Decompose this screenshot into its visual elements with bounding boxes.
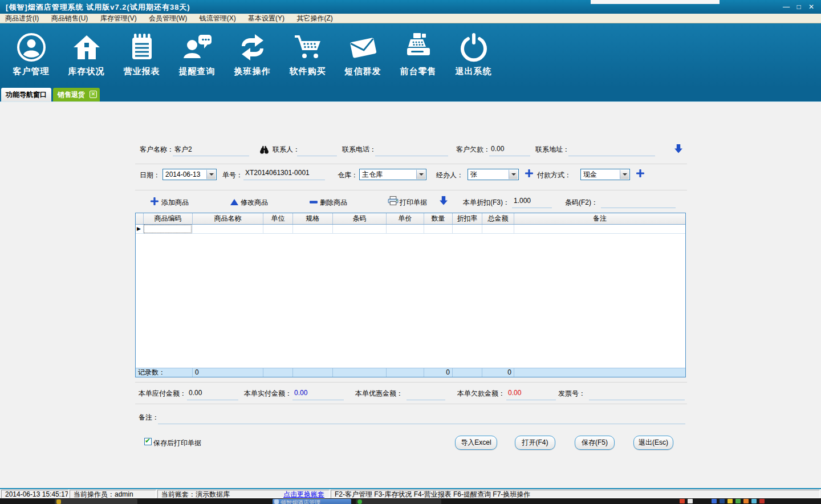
table-row[interactable]: ▶ [136,225,685,234]
switch-account-link[interactable]: 点击更换账套 [283,490,324,498]
tray-icon[interactable] [712,499,717,503]
taskbar-item-active[interactable]: 领智烟酒店管理 [273,499,351,504]
expand-down-icon[interactable] [674,144,682,153]
toolbar-reminder-query[interactable]: 提醒查询 [169,23,225,87]
menu-inventory[interactable]: 库存管理(V) [95,14,142,23]
modify-item-button[interactable]: 修改商品 [241,198,268,208]
divider [135,404,687,404]
menu-goods-purchase[interactable]: 商品进货(I) [0,14,44,23]
import-excel-button[interactable]: 导入Excel [455,436,497,450]
tray-icon[interactable] [743,499,749,503]
date-select[interactable]: 2014-06-13 [162,169,217,180]
add-item-button[interactable]: 添加商品 [161,198,189,208]
status-operator: 当前操作员：admin [70,490,156,498]
warehouse-select[interactable]: 主仓库 [359,169,426,180]
chevron-down-icon[interactable] [620,170,629,179]
tray-icon[interactable] [735,499,741,503]
date-label: 日期： [140,170,160,180]
print-icon[interactable] [388,196,399,205]
tray-icon[interactable] [720,499,725,503]
order-discount-input[interactable]: 1.000 [512,197,552,208]
toolbar-front-desk-retail[interactable]: 前台零售 [391,23,446,87]
delete-item-button[interactable]: 删除商品 [320,198,347,208]
divider [135,190,687,190]
amount-total: 0 [482,368,514,377]
app-icon [357,499,362,504]
handler-select[interactable]: 张 [468,169,519,180]
barcode-input[interactable] [601,197,676,208]
save-button[interactable]: 保存(F5) [575,436,615,450]
col-unit: 单位 [263,213,293,224]
exit-button[interactable]: 退出(Esc) [633,436,673,450]
print-after-save-label: 保存后打印单据 [153,438,201,448]
taskbar-item[interactable] [356,499,441,504]
toolbar-software-purchase[interactable]: 软件购买 [280,23,335,87]
chevron-down-icon[interactable] [206,170,216,179]
cash-register-icon [403,31,434,63]
window-title: [领智]烟酒店管理系统 试用版v7.2(试用期还有38天) [6,2,190,13]
mail-icon [347,31,379,63]
toolbar-shift-change[interactable]: 换班操作 [225,23,280,87]
customer-name-input[interactable]: 客户2 [173,145,249,156]
add-handler-icon[interactable] [525,169,533,177]
promo-label: 本单优惠金额： [355,389,403,399]
contact-input[interactable] [297,145,337,156]
phone-input[interactable] [375,145,448,156]
modify-item-icon[interactable] [230,199,238,205]
remark-input[interactable] [158,413,685,424]
taskbar-item[interactable] [55,499,137,504]
row-marker-icon: ▶ [136,225,144,233]
close-icon[interactable]: ✕ [806,3,816,11]
tray-icon[interactable] [759,499,765,503]
menu-cashflow[interactable]: 钱流管理(X) [194,14,241,23]
status-shortcuts: F2-客户管理 F3-库存状况 F4-营业报表 F6-提醒查询 F7-换班操作 [331,490,820,498]
tray-icon[interactable] [688,499,693,503]
binoculars-icon[interactable] [259,145,269,154]
toolbar-inventory-status[interactable]: 库存状况 [59,23,114,87]
title-bar: [领智]烟酒店管理系统 试用版v7.2(试用期还有38天) — □ ✕ [0,0,821,14]
chevron-down-icon[interactable] [509,170,518,179]
tray-icon[interactable] [751,499,757,503]
tray-icon[interactable] [680,499,685,503]
selected-cell[interactable] [144,225,193,233]
col-discount-rate: 折扣率 [453,213,482,224]
tab-sales-return[interactable]: 销售退货 ✕ [53,88,100,101]
tab-function-navigator[interactable]: 功能导航窗口 [1,88,51,101]
add-payment-icon[interactable] [636,169,644,177]
status-bar: 2014-06-13 15:45:17 当前操作员：admin 当前账套：演示数… [0,488,821,498]
power-icon [458,31,490,63]
items-grid[interactable]: 商品编码 商品名称 单位 规格 条码 单价 数量 折扣率 总金额 备注 ▶ 记录… [135,213,686,377]
toolbar-sms-broadcast[interactable]: 短信群发 [335,23,391,87]
promo-input[interactable] [407,389,445,400]
minimize-icon[interactable]: — [781,3,791,11]
toolbar-customer-management[interactable]: 客户管理 [3,23,59,87]
chevron-down-icon[interactable] [416,170,425,179]
print-receipt-button[interactable]: 打印单据 [400,198,427,208]
order-debt-value: 0.00 [506,389,556,400]
toolbar-exit-system[interactable]: 退出系统 [446,23,501,87]
add-item-icon[interactable] [151,197,158,205]
menu-goods-sale[interactable]: 商品销售(U) [46,14,94,23]
menu-settings[interactable]: 基本设置(Y) [243,14,290,23]
taskbar: 领智烟酒店管理 [0,498,821,504]
arrow-down-icon[interactable] [440,196,448,205]
customer-debt-value: 0.00 [489,145,530,156]
col-remark: 备注 [514,213,685,224]
menu-bar: 商品进货(I) 商品销售(U) 库存管理(V) 会员管理(W) 钱流管理(X) … [0,14,821,23]
handler-label: 经办人： [436,170,464,180]
open-button[interactable]: 打开(F4) [515,436,555,450]
order-no-value: XT2014061301-0001 [243,169,325,180]
address-input[interactable] [568,145,655,156]
payment-select[interactable]: 现金 [580,169,630,180]
toolbar-business-report[interactable]: 营业报表 [114,23,169,87]
menu-other[interactable]: 其它操作(Z) [291,14,338,23]
menu-members[interactable]: 会员管理(W) [144,14,192,23]
tray-icon[interactable] [727,499,733,503]
invoice-input[interactable] [589,389,685,400]
maximize-icon[interactable]: □ [794,3,804,11]
warehouse-label: 仓库： [338,170,358,180]
delete-item-icon[interactable] [310,201,318,204]
paid-input[interactable]: 0.00 [292,389,344,400]
close-tab-icon[interactable]: ✕ [90,91,97,98]
print-after-save-checkbox[interactable]: ✔ [144,438,152,445]
